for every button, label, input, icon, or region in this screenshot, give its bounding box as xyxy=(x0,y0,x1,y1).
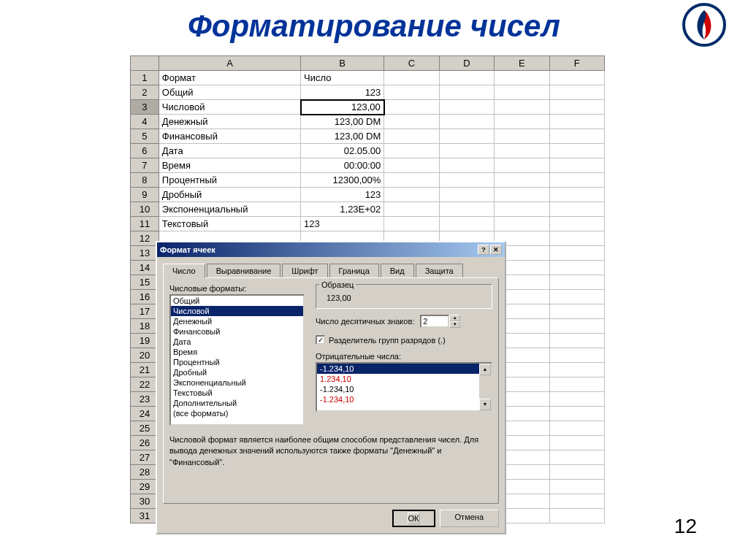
cell[interactable] xyxy=(439,144,494,158)
cell[interactable] xyxy=(384,71,439,85)
cell[interactable] xyxy=(549,173,604,188)
cell[interactable] xyxy=(495,158,549,173)
cell[interactable] xyxy=(549,188,604,202)
cell[interactable]: Дата xyxy=(159,144,300,158)
cell[interactable] xyxy=(549,363,604,377)
row-header[interactable]: 28 xyxy=(131,465,159,480)
tab-защита[interactable]: Защита xyxy=(416,264,463,278)
scrollbar[interactable]: ▲ ▼ xyxy=(479,364,491,410)
scroll-down-icon[interactable]: ▼ xyxy=(479,399,491,410)
cell[interactable]: Дробный xyxy=(159,188,300,202)
cell[interactable]: Число xyxy=(301,71,384,85)
col-header-d[interactable]: D xyxy=(439,56,494,71)
cell[interactable] xyxy=(384,115,439,129)
ok-button[interactable]: ОК xyxy=(392,510,435,527)
help-button[interactable]: ? xyxy=(478,245,489,255)
cell[interactable]: Текстовый xyxy=(159,217,300,231)
cell[interactable] xyxy=(549,144,604,158)
row-header[interactable]: 15 xyxy=(131,275,159,290)
cell[interactable] xyxy=(549,71,604,85)
cell[interactable] xyxy=(549,304,604,319)
cell[interactable]: Общий xyxy=(159,85,300,100)
format-option[interactable]: Экспоненциальный xyxy=(171,377,303,388)
cell[interactable] xyxy=(439,129,494,144)
row-header[interactable]: 9 xyxy=(131,188,159,202)
close-button[interactable]: ✕ xyxy=(490,245,502,255)
row-header[interactable]: 2 xyxy=(131,85,159,100)
cell[interactable] xyxy=(549,231,604,246)
row-header[interactable]: 11 xyxy=(131,217,159,231)
format-option[interactable]: Денежный xyxy=(171,316,303,326)
cell[interactable]: 123 xyxy=(301,217,384,231)
cell[interactable] xyxy=(549,85,604,100)
format-option[interactable]: Процентный xyxy=(171,357,303,367)
format-option[interactable]: Текстовый xyxy=(171,388,303,398)
cell[interactable] xyxy=(384,144,439,158)
row-header[interactable]: 3 xyxy=(131,100,159,115)
row-header[interactable]: 6 xyxy=(131,144,159,158)
col-header-b[interactable]: B xyxy=(301,56,384,71)
tab-число[interactable]: Число xyxy=(163,264,205,278)
cell[interactable] xyxy=(384,202,439,217)
row-header[interactable]: 25 xyxy=(131,421,159,436)
format-option[interactable]: Общий xyxy=(171,296,303,306)
tab-вид[interactable]: Вид xyxy=(381,264,414,278)
cell[interactable] xyxy=(549,509,604,523)
spin-down-icon[interactable]: ▼ xyxy=(449,321,460,328)
cell[interactable]: Время xyxy=(159,158,300,173)
cell[interactable]: 1,23E+02 xyxy=(301,202,384,217)
cell[interactable] xyxy=(549,421,604,436)
row-header[interactable]: 27 xyxy=(131,450,159,465)
cell[interactable]: Процентный xyxy=(159,173,300,188)
cell[interactable]: 00:00:00 xyxy=(301,158,384,173)
cell[interactable] xyxy=(549,129,604,144)
format-option[interactable]: (все форматы) xyxy=(171,408,303,418)
cell[interactable] xyxy=(549,436,604,450)
cell[interactable] xyxy=(549,217,604,231)
cell[interactable] xyxy=(439,173,494,188)
col-header-a[interactable]: A xyxy=(159,56,300,71)
row-header[interactable]: 26 xyxy=(131,436,159,450)
cell[interactable]: 123,00 DM xyxy=(301,129,384,144)
cell[interactable] xyxy=(384,85,439,100)
row-header[interactable]: 5 xyxy=(131,129,159,144)
row-header[interactable]: 22 xyxy=(131,377,159,392)
format-option[interactable]: Дополнительный xyxy=(171,398,303,408)
row-header[interactable]: 16 xyxy=(131,290,159,304)
spin-up-icon[interactable]: ▲ xyxy=(449,315,460,321)
cell[interactable] xyxy=(384,188,439,202)
cell[interactable]: Экспоненциальный xyxy=(159,202,300,217)
cell[interactable] xyxy=(439,202,494,217)
row-header[interactable]: 24 xyxy=(131,407,159,421)
cell[interactable] xyxy=(495,144,549,158)
cell[interactable]: 123 xyxy=(301,85,384,100)
format-option[interactable]: Финансовый xyxy=(171,326,303,337)
format-option[interactable]: Числовой xyxy=(171,306,303,316)
cell[interactable]: Денежный xyxy=(159,115,300,129)
row-header[interactable]: 19 xyxy=(131,334,159,348)
cell[interactable] xyxy=(495,100,549,115)
cell[interactable] xyxy=(549,407,604,421)
cell[interactable] xyxy=(384,217,439,231)
cell[interactable] xyxy=(549,202,604,217)
cell[interactable] xyxy=(549,480,604,494)
negative-option[interactable]: 1.234,10 xyxy=(317,374,491,384)
dialog-titlebar[interactable]: Формат ячеек ? ✕ xyxy=(157,242,505,257)
formats-listbox[interactable]: ОбщийЧисловойДенежныйФинансовыйДатаВремя… xyxy=(169,294,305,426)
cell[interactable] xyxy=(384,158,439,173)
cell[interactable] xyxy=(549,319,604,334)
row-header[interactable]: 21 xyxy=(131,363,159,377)
row-header[interactable]: 17 xyxy=(131,304,159,319)
cell[interactable] xyxy=(549,115,604,129)
cell[interactable] xyxy=(384,129,439,144)
separator-checkbox[interactable]: ✓ xyxy=(316,335,325,345)
cell[interactable] xyxy=(495,129,549,144)
cancel-button[interactable]: Отмена xyxy=(440,510,499,527)
row-header[interactable]: 1 xyxy=(131,71,159,85)
cell[interactable] xyxy=(549,494,604,509)
negative-option[interactable]: -1.234,10 xyxy=(317,364,491,374)
cell[interactable] xyxy=(549,275,604,290)
row-header[interactable]: 23 xyxy=(131,392,159,407)
cell[interactable] xyxy=(549,392,604,407)
negative-option[interactable]: -1.234,10 xyxy=(317,384,491,394)
